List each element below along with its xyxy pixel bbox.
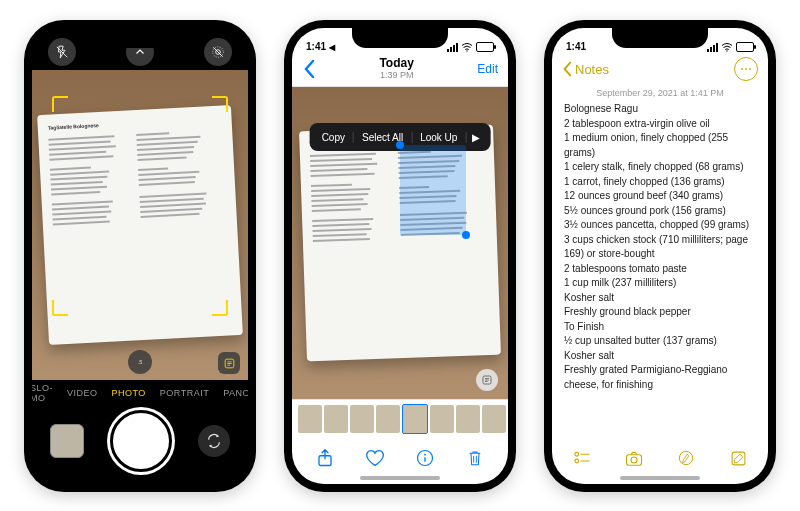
- note-line: ½ cup unsalted butter (137 grams): [564, 334, 756, 349]
- mode-photo[interactable]: PHOTO: [112, 388, 146, 398]
- camera-icon[interactable]: [624, 448, 644, 468]
- signal-icon: [707, 43, 718, 52]
- note-line: Bolognese Ragu: [564, 102, 756, 117]
- notch: [92, 28, 188, 48]
- callout-copy[interactable]: Copy: [314, 132, 354, 143]
- camera-shutter-row: [32, 406, 248, 484]
- note-line: 3 cups chicken stock (710 milliliters; p…: [564, 233, 756, 262]
- thumbnail[interactable]: [298, 405, 322, 433]
- notes-app: 1:41 Notes ⋯ September 29, 2021 at 1:41 …: [552, 28, 768, 484]
- nav-title-primary: Today: [379, 57, 413, 70]
- note-line: 3½ ounces pancetta, chopped (99 grams): [564, 218, 756, 233]
- more-options-icon[interactable]: ⋯: [734, 57, 758, 81]
- svg-point-27: [679, 451, 692, 464]
- svg-point-23: [575, 459, 579, 463]
- text-selection-highlight[interactable]: [400, 145, 466, 235]
- photo-preview[interactable]: Tagliatelle Bolognese: [292, 87, 508, 399]
- callout-more-icon[interactable]: ▶: [466, 132, 486, 143]
- photos-nav-header: Today 1:39 PM Edit: [292, 52, 508, 87]
- note-timestamp: September 29, 2021 at 1:41 PM: [552, 88, 768, 98]
- thumbnail[interactable]: [482, 405, 506, 433]
- note-line: 1 cup milk (237 milliliters): [564, 276, 756, 291]
- share-icon[interactable]: [314, 447, 336, 469]
- zoom-level-icon[interactable]: .5: [128, 350, 152, 374]
- signal-icon: [447, 43, 458, 52]
- notes-nav-header: Notes ⋯: [552, 52, 768, 86]
- device-camera: Tagliatelle Bolognese: [24, 20, 256, 492]
- wifi-icon: [461, 42, 473, 52]
- shutter-button[interactable]: [110, 410, 172, 472]
- back-label: Notes: [575, 62, 609, 77]
- callout-look-up[interactable]: Look Up: [412, 132, 466, 143]
- notch: [352, 28, 448, 48]
- svg-point-16: [424, 454, 426, 456]
- callout-select-all[interactable]: Select All: [354, 132, 412, 143]
- camera-app: Tagliatelle Bolognese: [32, 28, 248, 484]
- flip-camera-icon[interactable]: [198, 425, 230, 457]
- thumbnail[interactable]: [430, 405, 454, 433]
- thumbnail-strip[interactable]: [292, 399, 508, 438]
- nav-title-secondary: 1:39 PM: [379, 71, 413, 81]
- home-indicator[interactable]: [620, 476, 700, 480]
- wifi-icon: [721, 42, 733, 52]
- edit-button[interactable]: Edit: [477, 62, 498, 76]
- battery-icon: [736, 42, 754, 52]
- svg-line-3: [213, 47, 222, 56]
- nav-title: Today 1:39 PM: [379, 57, 413, 80]
- thumbnail[interactable]: [456, 405, 480, 433]
- selection-handle-end[interactable]: [462, 231, 470, 239]
- note-line: Kosher salt: [564, 291, 756, 306]
- note-line: 1 carrot, finely chopped (136 grams): [564, 175, 756, 190]
- thumbnail-selected[interactable]: [402, 404, 428, 434]
- checklist-icon[interactable]: [572, 448, 592, 468]
- note-line: 2 tablespoons tomato paste: [564, 262, 756, 277]
- mode-pano[interactable]: PANO: [223, 388, 248, 398]
- favorite-icon[interactable]: [364, 447, 386, 469]
- status-time: 1:41: [566, 41, 586, 52]
- note-line: 12 ounces ground beef (340 grams): [564, 189, 756, 204]
- notch: [612, 28, 708, 48]
- info-icon[interactable]: [414, 447, 436, 469]
- note-body[interactable]: Bolognese Ragu2 tablespoon extra-virgin …: [552, 102, 768, 438]
- status-time: 1:41 ◀: [306, 41, 335, 52]
- thumbnail[interactable]: [324, 405, 348, 433]
- device-notes: 1:41 Notes ⋯ September 29, 2021 at 1:41 …: [544, 20, 776, 492]
- note-line: 5½ ounces ground pork (156 grams): [564, 204, 756, 219]
- back-button[interactable]: Notes: [562, 61, 609, 77]
- note-line: To Finish: [564, 320, 756, 335]
- live-text-icon[interactable]: [218, 352, 240, 374]
- new-note-icon[interactable]: [728, 448, 748, 468]
- trash-icon[interactable]: [464, 447, 486, 469]
- focus-corner-tr: [212, 96, 228, 112]
- note-line: Freshly grated Parmigiano-Reggiano chees…: [564, 363, 756, 392]
- flash-off-icon[interactable]: [48, 38, 76, 66]
- note-line: 1 celery stalk, finely chopped (68 grams…: [564, 160, 756, 175]
- svg-text:.5: .5: [138, 359, 143, 365]
- photos-app: 1:41 ◀ Today 1:39 PM Edit Tagliatelle Bo…: [292, 28, 508, 484]
- svg-point-21: [575, 452, 579, 456]
- note-line: Freshly ground black pepper: [564, 305, 756, 320]
- camera-mode-strip[interactable]: SLO-MO VIDEO PHOTO PORTRAIT PANO: [32, 380, 248, 406]
- focus-corner-br: [212, 300, 228, 316]
- live-photo-off-icon[interactable]: [204, 38, 232, 66]
- battery-icon: [476, 42, 494, 52]
- last-photo-thumbnail[interactable]: [50, 424, 84, 458]
- live-text-toggle-icon[interactable]: [476, 369, 498, 391]
- svg-point-26: [631, 457, 637, 463]
- back-button[interactable]: [302, 59, 316, 79]
- markup-icon[interactable]: [676, 448, 696, 468]
- note-line: 2 tablespoon extra-virgin olive oil: [564, 117, 756, 132]
- note-line: 1 medium onion, finely chopped (255 gram…: [564, 131, 756, 160]
- mode-slomo[interactable]: SLO-MO: [32, 383, 53, 403]
- home-indicator[interactable]: [360, 476, 440, 480]
- note-line: Kosher salt: [564, 349, 756, 364]
- selection-handle-start[interactable]: [396, 141, 404, 149]
- mode-portrait[interactable]: PORTRAIT: [160, 388, 209, 398]
- camera-viewfinder[interactable]: Tagliatelle Bolognese: [32, 70, 248, 380]
- mode-video[interactable]: VIDEO: [67, 388, 98, 398]
- device-photos: 1:41 ◀ Today 1:39 PM Edit Tagliatelle Bo…: [284, 20, 516, 492]
- focus-corner-bl: [52, 300, 68, 316]
- thumbnail[interactable]: [376, 405, 400, 433]
- thumbnail[interactable]: [350, 405, 374, 433]
- focus-corner-tl: [52, 96, 68, 112]
